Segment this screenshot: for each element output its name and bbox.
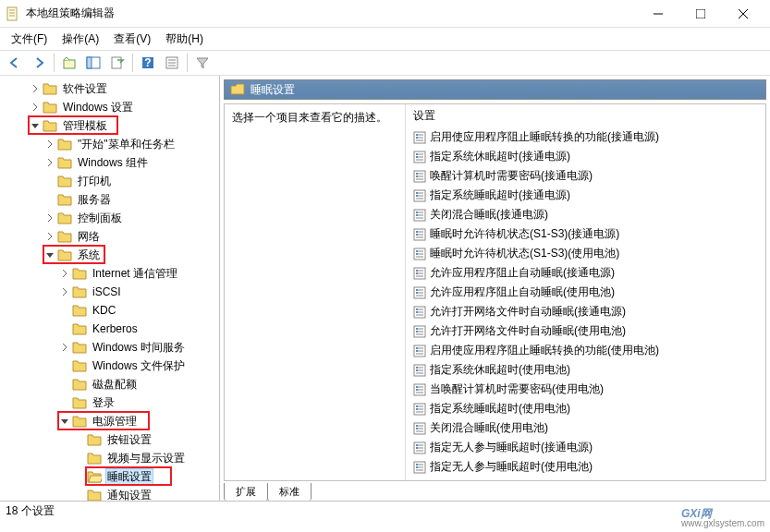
setting-item[interactable]: 指定无人参与睡眠超时(使用电池) (406, 457, 765, 477)
setting-item[interactable]: 启用使应用程序阻止睡眠转换的功能(使用电池) (406, 341, 765, 360)
back-button[interactable] (4, 52, 26, 74)
folder-icon (43, 101, 57, 114)
settings-header[interactable]: 设置 (406, 104, 765, 127)
tree-item[interactable]: 打印机 (0, 172, 219, 190)
policy-icon (413, 248, 426, 260)
setting-item[interactable]: 指定系统休眠超时(接通电源) (406, 147, 765, 166)
folder-icon (72, 267, 87, 280)
chevron-down-icon[interactable] (44, 249, 55, 260)
setting-item[interactable]: 允许应用程序阻止自动睡眠(接通电源) (406, 263, 765, 283)
menu-help[interactable]: 帮助(H) (158, 28, 211, 51)
svg-point-113 (416, 428, 418, 429)
setting-item[interactable]: 睡眠时允许待机状态(S1-S3)(接通电源) (406, 224, 765, 244)
tree-item[interactable]: 服务器 (0, 190, 219, 209)
setting-label: 允许应用程序阻止自动睡眠(使用电池) (430, 284, 615, 300)
setting-item[interactable]: 允许打开网络文件时自动睡眠(使用电池) (406, 321, 765, 341)
setting-item[interactable]: 唤醒计算机时需要密码(接通电源) (406, 166, 765, 186)
svg-rect-11 (112, 57, 121, 68)
policy-icon (413, 325, 426, 338)
chevron-right-icon[interactable] (59, 286, 70, 297)
tree-item[interactable]: 软件设置 (0, 79, 219, 98)
chevron-right-icon[interactable] (44, 231, 55, 242)
show-hide-tree-button[interactable] (82, 52, 104, 74)
tree-item[interactable]: 磁盘配额 (0, 375, 219, 393)
setting-label: 指定无人参与睡眠超时(使用电池) (430, 459, 593, 475)
svg-point-118 (416, 444, 418, 446)
tree-item[interactable]: Windows 设置 (0, 98, 219, 116)
filter-button[interactable] (191, 52, 214, 74)
svg-point-41 (416, 195, 418, 197)
chevron-right-icon[interactable] (30, 102, 41, 113)
chevron-down-icon[interactable] (59, 416, 70, 427)
policy-icon (413, 364, 426, 377)
content-area: 软件设置Windows 设置管理模板"开始"菜单和任务栏Windows 组件打印… (0, 76, 770, 501)
tree-item[interactable]: 睡眠设置 (0, 467, 219, 486)
tree-item[interactable]: 网络 (0, 227, 219, 246)
tree-item[interactable]: 通知设置 (0, 486, 219, 501)
chevron-right-icon[interactable] (59, 342, 70, 353)
chevron-down-icon[interactable] (30, 120, 41, 131)
tree-item[interactable]: "开始"菜单和任务栏 (0, 135, 219, 153)
tree-item[interactable]: Windows 组件 (0, 153, 219, 172)
tree-item[interactable]: 电源管理 (0, 412, 219, 430)
description-column: 选择一个项目来查看它的描述。 (225, 104, 406, 480)
setting-item[interactable]: 指定系统睡眠超时(使用电池) (406, 399, 765, 418)
maximize-button[interactable] (679, 0, 722, 28)
setting-item[interactable]: 允许打开网络文件时自动睡眠(接通电源) (406, 302, 765, 321)
menu-view[interactable]: 查看(V) (106, 28, 158, 51)
tree-item[interactable]: 按钮设置 (0, 430, 219, 449)
chevron-right-icon[interactable] (44, 212, 55, 224)
setting-item[interactable]: 关闭混合睡眠(接通电源) (406, 205, 765, 224)
folder-icon (57, 248, 72, 261)
tree-item[interactable]: 控制面板 (0, 209, 219, 227)
setting-item[interactable]: 当唤醒计算机时需要密码(使用电池) (406, 380, 765, 399)
tree-item-label: "开始"菜单和任务栏 (76, 136, 177, 153)
policy-icon (413, 403, 426, 416)
setting-item[interactable]: 关闭混合睡眠(使用电池) (406, 418, 765, 438)
setting-item[interactable]: 指定无人参与睡眠超时(接通电源) (406, 438, 765, 457)
tab-standard[interactable]: 标准 (267, 483, 312, 501)
tree-item[interactable]: 管理模板 (0, 116, 219, 135)
tree-pane[interactable]: 软件设置Windows 设置管理模板"开始"菜单和任务栏Windows 组件打印… (0, 76, 220, 501)
tree-item[interactable]: KDC (0, 301, 219, 320)
up-button[interactable] (58, 52, 80, 74)
window-controls (637, 0, 764, 28)
chevron-right-icon[interactable] (44, 139, 55, 150)
svg-point-52 (416, 231, 418, 233)
minimize-button[interactable] (637, 0, 679, 28)
tree-item[interactable]: Windows 文件保护 (0, 357, 219, 375)
setting-item[interactable]: 允许应用程序阻止自动睡眠(使用电池) (406, 283, 765, 302)
close-button[interactable] (722, 0, 764, 28)
folder-icon (72, 304, 87, 317)
svg-rect-5 (696, 9, 705, 18)
tree-item[interactable]: iSCSI (0, 283, 219, 301)
forward-button[interactable] (28, 52, 50, 74)
menu-file[interactable]: 文件(F) (4, 28, 55, 51)
tab-extended[interactable]: 扩展 (224, 483, 268, 501)
tree-item-label: 管理模板 (61, 117, 109, 135)
setting-item[interactable]: 睡眠时允许待机状态(S1-S3)(使用电池) (406, 244, 765, 263)
setting-item[interactable]: 指定系统休眠超时(使用电池) (406, 360, 765, 380)
tree-item[interactable]: Kerberos (0, 320, 219, 338)
properties-button[interactable] (161, 52, 183, 74)
help-button[interactable]: ? (137, 52, 159, 74)
chevron-right-icon[interactable] (30, 83, 41, 94)
tree-item-label: Internet 通信管理 (91, 265, 179, 283)
setting-item[interactable]: 启用使应用程序阻止睡眠转换的功能(接通电源) (406, 127, 765, 147)
policy-icon (413, 286, 426, 299)
setting-label: 启用使应用程序阻止睡眠转换的功能(接通电源) (430, 129, 659, 145)
tree-item[interactable]: 视频与显示设置 (0, 449, 219, 467)
chevron-right-icon[interactable] (59, 268, 70, 279)
toolbar-separator (187, 54, 188, 72)
menu-action[interactable]: 操作(A) (55, 28, 106, 51)
tree-item[interactable]: Windows 时间服务 (0, 338, 219, 357)
tree-item[interactable]: 系统 (0, 246, 219, 264)
setting-item[interactable]: 指定系统睡眠超时(接通电源) (406, 186, 765, 205)
export-list-button[interactable] (106, 52, 128, 74)
settings-column[interactable]: 设置 启用使应用程序阻止睡眠转换的功能(接通电源)指定系统休眠超时(接通电源)唤… (406, 104, 765, 480)
svg-point-40 (416, 192, 418, 194)
statusbar: 18 个设置 (0, 501, 770, 521)
tree-item[interactable]: Internet 通信管理 (0, 264, 219, 283)
chevron-right-icon[interactable] (44, 157, 55, 168)
tree-item[interactable]: 登录 (0, 393, 219, 412)
